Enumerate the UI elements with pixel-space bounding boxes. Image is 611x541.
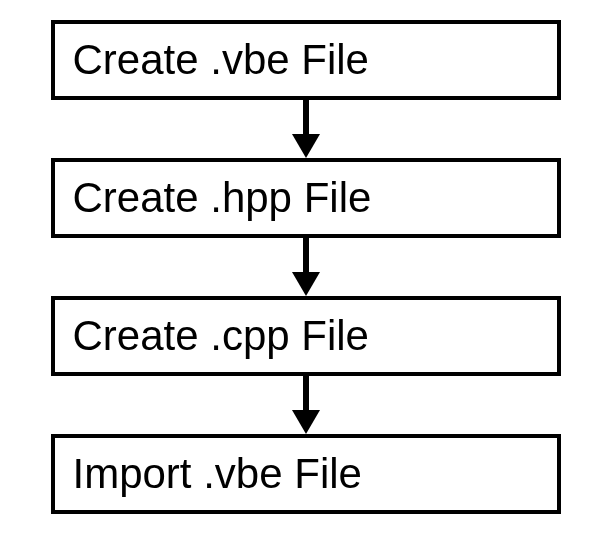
step-box-3: Create .cpp File xyxy=(51,296,561,376)
flowchart: Create .vbe File Create .hpp File Create… xyxy=(20,20,591,514)
step-label: Import .vbe File xyxy=(73,450,362,497)
arrow-icon xyxy=(282,376,330,434)
step-box-4: Import .vbe File xyxy=(51,434,561,514)
svg-marker-1 xyxy=(292,134,320,158)
step-label: Create .hpp File xyxy=(73,174,372,221)
arrow-icon xyxy=(282,238,330,296)
step-label: Create .cpp File xyxy=(73,312,369,359)
arrow-icon xyxy=(282,100,330,158)
step-box-2: Create .hpp File xyxy=(51,158,561,238)
step-box-1: Create .vbe File xyxy=(51,20,561,100)
svg-marker-5 xyxy=(292,410,320,434)
step-label: Create .vbe File xyxy=(73,36,369,83)
svg-marker-3 xyxy=(292,272,320,296)
